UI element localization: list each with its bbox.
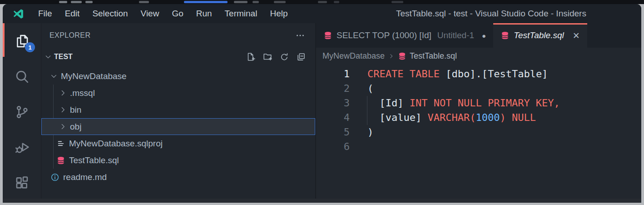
sidebar-title: EXPLORER bbox=[50, 31, 295, 40]
activity-item-run-and-debug[interactable] bbox=[3, 130, 41, 165]
code-line-1: 1CREATE TABLE [dbo].[TestTable] bbox=[316, 67, 641, 81]
tree-item-label: obj bbox=[70, 122, 81, 132]
new-file-icon[interactable] bbox=[246, 52, 256, 62]
tree-item-testtable-sql[interactable]: TestTable.sql bbox=[41, 152, 315, 169]
search-icon bbox=[14, 68, 30, 85]
extensions-icon bbox=[14, 175, 30, 191]
vscode-window: FileEditSelectionViewGoRunTerminalHelp T… bbox=[3, 4, 641, 203]
code-text: ( bbox=[367, 81, 373, 96]
tab-title: TestTable.sql bbox=[514, 30, 564, 40]
tree-item-label: .mssql bbox=[70, 88, 95, 98]
tab-select-top-1000-id[interactable]: SELECT TOP (1000) [Id]Untitled-1● bbox=[316, 23, 493, 48]
activity-item-source-control[interactable] bbox=[3, 94, 41, 130]
tree-item-label: MyNewDatabase.sqlproj bbox=[69, 139, 163, 149]
active-item-indicator bbox=[3, 23, 5, 57]
tree-item-label: bin bbox=[70, 105, 81, 115]
database-icon bbox=[500, 31, 510, 40]
tab-bar: SELECT TOP (1000) [Id]Untitled-1●TestTab… bbox=[316, 23, 641, 48]
refresh-icon[interactable] bbox=[279, 52, 289, 62]
code-text: ) bbox=[367, 125, 373, 140]
vscode-insiders-logo-icon bbox=[12, 8, 25, 20]
code-line-5: 5) bbox=[316, 125, 641, 140]
line-number: 3 bbox=[316, 96, 350, 110]
tab-detail: Untitled-1 bbox=[437, 30, 474, 40]
background-artifact-strip bbox=[0, 0, 644, 4]
menu-go[interactable]: Go bbox=[165, 4, 189, 23]
code-text: [Id] INT NOT NULL PRIMARY KEY, bbox=[367, 96, 560, 110]
explorer-badge: 1 bbox=[25, 42, 35, 52]
activity-item-explorer[interactable]: 1 bbox=[3, 23, 41, 59]
chevron-down-icon bbox=[50, 72, 58, 80]
info-icon bbox=[50, 173, 59, 182]
menu-view[interactable]: View bbox=[134, 4, 166, 23]
tab-testtable-sql[interactable]: TestTable.sql✕ bbox=[493, 23, 587, 48]
indent-guide bbox=[367, 96, 367, 125]
activity-bar: 1 bbox=[3, 23, 41, 203]
modified-indicator-icon: ● bbox=[482, 32, 486, 40]
tree-item-readme-md[interactable]: readme.md bbox=[41, 169, 315, 185]
collapse-all-icon[interactable] bbox=[296, 52, 306, 62]
more-actions-icon[interactable] bbox=[295, 30, 305, 40]
menu-run[interactable]: Run bbox=[190, 4, 218, 23]
code-line-3: 3 [Id] INT NOT NULL PRIMARY KEY, bbox=[316, 96, 641, 110]
tree-item-label: MyNewDatabase bbox=[61, 71, 127, 81]
run-debug-icon bbox=[14, 139, 30, 156]
section-header-test[interactable]: TEST bbox=[41, 48, 315, 66]
activity-item-search[interactable] bbox=[3, 59, 41, 94]
code-line-4: 4 [value] VARCHAR(1000) NULL bbox=[316, 110, 641, 125]
menu-help[interactable]: Help bbox=[263, 4, 294, 23]
menu-selection[interactable]: Selection bbox=[86, 4, 134, 23]
breadcrumb-separator-icon bbox=[388, 53, 395, 60]
breadcrumb-item-testtable-sql[interactable]: TestTable.sql bbox=[410, 51, 457, 61]
line-number: 5 bbox=[316, 125, 350, 140]
code-line-6: 6 bbox=[316, 140, 641, 154]
line-number: 1 bbox=[316, 67, 350, 81]
breadcrumb: MyNewDatabaseTestTable.sql bbox=[316, 48, 641, 64]
chevron-right-icon bbox=[59, 89, 67, 97]
list-file-icon bbox=[56, 139, 65, 148]
tree-item-mssql[interactable]: .mssql bbox=[41, 85, 315, 101]
code-line-2: 2( bbox=[316, 81, 641, 96]
database-icon bbox=[398, 52, 406, 60]
source-control-icon bbox=[14, 104, 30, 120]
chevron-right-icon bbox=[59, 105, 67, 114]
menu-terminal[interactable]: Terminal bbox=[218, 4, 264, 23]
menu-bar: FileEditSelectionViewGoRunTerminalHelp bbox=[32, 4, 294, 23]
file-tree: MyNewDatabase.mssqlbinobjMyNewDatabase.s… bbox=[41, 66, 315, 185]
tree-item-obj[interactable]: obj bbox=[41, 118, 315, 135]
editor-group: SELECT TOP (1000) [Id]Untitled-1●TestTab… bbox=[316, 23, 641, 203]
line-number: 4 bbox=[316, 110, 350, 125]
window-bottom-edge bbox=[3, 199, 641, 203]
chevron-right-icon bbox=[59, 122, 67, 131]
database-icon bbox=[56, 156, 65, 165]
tree-item-mynewdatabase-sqlproj[interactable]: MyNewDatabase.sqlproj bbox=[41, 135, 315, 152]
tab-title: SELECT TOP (1000) [Id] bbox=[337, 30, 431, 40]
line-number: 6 bbox=[316, 140, 350, 154]
section-actions bbox=[246, 52, 306, 62]
explorer-sidebar: EXPLORER TEST MyNewDatabase.mssqlbinobjM… bbox=[41, 23, 316, 203]
window-title: TestTable.sql - test - Visual Studio Cod… bbox=[396, 4, 586, 23]
menu-edit[interactable]: Edit bbox=[59, 4, 86, 23]
tree-item-bin[interactable]: bin bbox=[41, 101, 315, 118]
section-label: TEST bbox=[54, 53, 246, 61]
chevron-down-icon bbox=[44, 53, 52, 61]
sidebar-header: EXPLORER bbox=[41, 23, 315, 48]
code-editor[interactable]: 1CREATE TABLE [dbo].[TestTable]2(3 [Id] … bbox=[316, 64, 641, 203]
code-text: CREATE TABLE [dbo].[TestTable] bbox=[367, 67, 548, 81]
tree-item-label: TestTable.sql bbox=[69, 155, 119, 165]
menu-file[interactable]: File bbox=[32, 4, 59, 23]
line-number: 2 bbox=[316, 81, 350, 96]
tree-item-label: readme.md bbox=[63, 172, 107, 182]
new-folder-icon[interactable] bbox=[263, 52, 272, 62]
close-icon[interactable]: ✕ bbox=[573, 30, 580, 41]
title-bar: FileEditSelectionViewGoRunTerminalHelp T… bbox=[3, 4, 641, 23]
code-text: [value] VARCHAR(1000) NULL bbox=[367, 110, 536, 125]
breadcrumb-item-mynewdatabase[interactable]: MyNewDatabase bbox=[322, 51, 385, 61]
tree-item-mynewdatabase[interactable]: MyNewDatabase bbox=[41, 68, 315, 85]
database-icon bbox=[323, 31, 332, 40]
activity-item-extensions[interactable] bbox=[3, 165, 41, 200]
